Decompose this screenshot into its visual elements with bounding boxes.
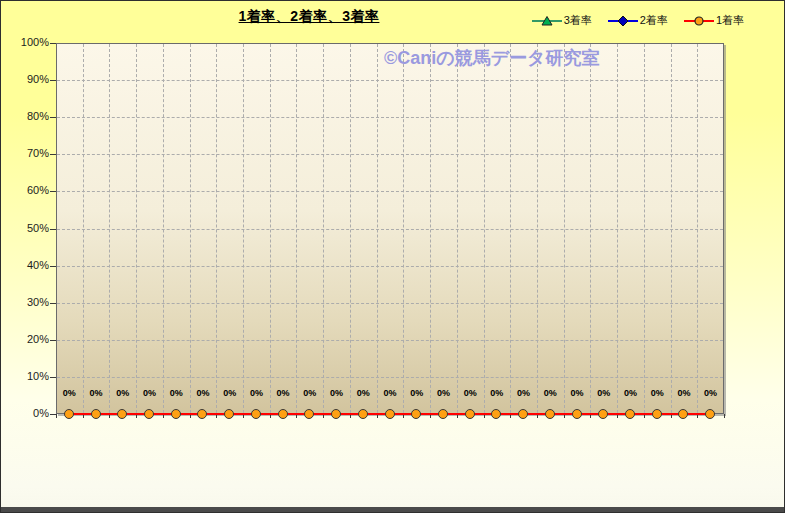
legend-label: 2着率 [640,13,668,28]
v-gridline [644,44,645,413]
data-point-marker [545,409,555,419]
v-gridline [136,44,137,413]
h-gridline [57,377,723,378]
y-axis-label: 20% [1,333,49,345]
data-label: 0% [190,388,216,398]
data-point-marker [518,409,528,419]
y-axis-label: 70% [1,147,49,159]
data-point-marker [91,409,101,419]
x-axis-tick [56,414,57,418]
data-label: 0% [564,388,590,398]
y-axis-label: 80% [1,110,49,122]
data-point-marker [144,409,154,419]
y-axis-label: 0% [1,407,49,419]
data-label: 0% [110,388,136,398]
v-gridline [457,44,458,413]
chart-title: 1着率、2着率、3着率 [134,8,484,26]
v-gridline [564,44,565,413]
h-gridline [57,154,723,155]
data-label: 0% [137,388,163,398]
y-axis-tick [50,266,56,267]
data-point-marker [652,409,662,419]
v-gridline [671,44,672,413]
v-gridline [403,44,404,413]
legend-line-triangle-icon [532,15,562,27]
y-axis-label: 100% [1,36,49,48]
data-point-marker [358,409,368,419]
v-gridline [216,44,217,413]
data-point-marker [278,409,288,419]
y-axis-tick [50,303,56,304]
data-label: 0% [457,388,483,398]
y-axis-tick [50,117,56,118]
v-gridline [590,44,591,413]
y-axis-tick [50,377,56,378]
legend-entry-1st-rate: 1着率 [684,13,744,28]
h-gridline [57,80,723,81]
data-label: 0% [644,388,670,398]
y-axis-label: 60% [1,184,49,196]
data-point-marker [598,409,608,419]
data-point-marker [411,409,421,419]
chart-canvas: 1着率、2着率、3着率 3着率 2着率 1着率 ©Caniの競馬データ研究室 [0,0,785,513]
h-gridline [57,229,723,230]
v-gridline [296,44,297,413]
legend-line-diamond-icon [608,15,638,27]
h-gridline [57,303,723,304]
data-label: 0% [243,388,269,398]
legend-label: 1着率 [716,13,744,28]
data-point-marker [331,409,341,419]
v-gridline [109,44,110,413]
data-point-marker [438,409,448,419]
v-gridline [617,44,618,413]
data-label: 0% [430,388,456,398]
v-gridline [377,44,378,413]
data-label: 0% [217,388,243,398]
v-gridline [83,44,84,413]
data-label: 0% [617,388,643,398]
y-axis-tick [50,154,56,155]
legend-entry-2nd-rate: 2着率 [608,13,668,28]
y-axis-tick [50,229,56,230]
y-axis-label: 40% [1,259,49,271]
data-label: 0% [163,388,189,398]
v-gridline [350,44,351,413]
data-label: 0% [56,388,82,398]
h-gridline [57,340,723,341]
data-point-marker [117,409,127,419]
h-gridline [57,266,723,267]
data-point-marker [171,409,181,419]
legend-line-circle-icon [684,15,714,27]
data-label: 0% [537,388,563,398]
data-label: 0% [484,388,510,398]
data-label: 0% [698,388,724,398]
y-axis-tick [50,191,56,192]
data-point-marker [304,409,314,419]
data-label: 0% [83,388,109,398]
data-label: 0% [350,388,376,398]
data-point-marker [625,409,635,419]
data-label: 0% [511,388,537,398]
data-point-marker [64,409,74,419]
y-axis-tick [50,43,56,44]
v-gridline [323,44,324,413]
v-gridline [243,44,244,413]
data-point-marker [224,409,234,419]
data-label: 0% [671,388,697,398]
y-axis-label: 50% [1,222,49,234]
data-point-marker [491,409,501,419]
y-axis-label: 30% [1,296,49,308]
window-bottom-edge [1,507,785,512]
data-point-marker [385,409,395,419]
data-point-marker [705,409,715,419]
v-gridline [163,44,164,413]
data-point-marker [251,409,261,419]
y-axis-label: 90% [1,73,49,85]
data-point-marker [197,409,207,419]
data-label: 0% [377,388,403,398]
v-gridline [697,44,698,413]
y-axis-label: 10% [1,370,49,382]
v-gridline [430,44,431,413]
data-label: 0% [324,388,350,398]
legend-label: 3着率 [564,13,592,28]
